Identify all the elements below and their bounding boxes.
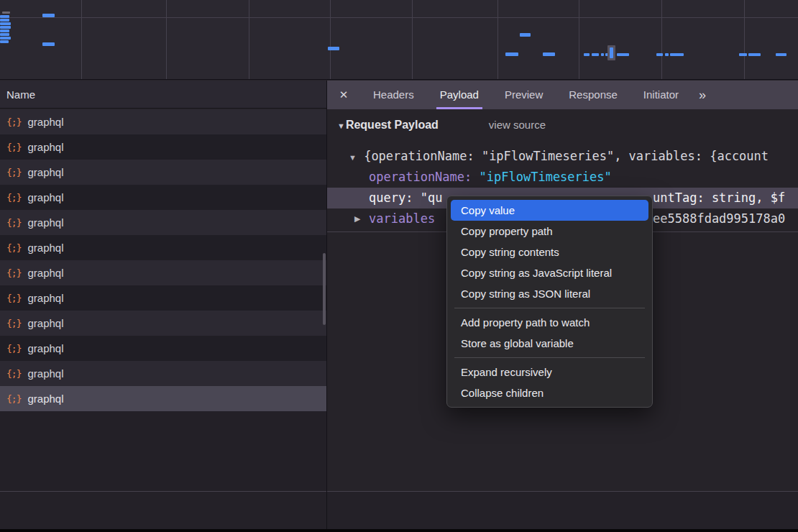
menu-item-collapse-children[interactable]: Collapse children (451, 382, 648, 403)
tab-preview[interactable]: Preview (501, 81, 546, 109)
request-name: graphql (27, 367, 63, 380)
timeline-bar (0, 37, 11, 40)
request-row[interactable]: {;} graphql (0, 210, 326, 235)
operation-name-row[interactable]: operationName: "ipFlowTimeseries" (327, 167, 798, 188)
property-value: "ipFlowTimeseries" (480, 170, 612, 184)
property-value-right-fragment: untTag: string, $f (653, 188, 785, 208)
timeline-bar (0, 33, 9, 36)
timeline-bar (776, 53, 786, 56)
tab-response[interactable]: Response (565, 81, 621, 109)
json-braces-icon: {;} (6, 116, 21, 127)
request-name: graphql (27, 342, 63, 354)
request-list-empty-area (0, 411, 326, 491)
timeline-bar (592, 53, 599, 56)
timeline-bar (0, 19, 9, 22)
timeline-bar (0, 22, 11, 25)
timeline-bar (748, 53, 761, 56)
list-scrollbar-thumb[interactable] (323, 253, 326, 325)
timeline-bar (505, 52, 518, 56)
more-tabs-button[interactable]: » (699, 88, 705, 103)
json-braces-icon: {;} (6, 343, 21, 354)
name-column-label: Name (6, 88, 35, 101)
request-row[interactable]: {;} graphql (0, 311, 326, 336)
window-bottom-edge (0, 529, 798, 532)
request-row[interactable]: {;} graphql (0, 160, 326, 185)
request-row[interactable]: {;} graphql (0, 285, 326, 311)
request-row-selected[interactable]: {;} graphql (0, 386, 326, 411)
menu-item-copy-string-json-literal[interactable]: Copy string as JSON literal (451, 283, 648, 304)
overview-horizontal-gridline (0, 17, 798, 18)
timeline-bar (0, 15, 9, 18)
property-key: operationName: (369, 170, 480, 184)
menu-item-copy-string-js-literal[interactable]: Copy string as JavaScript literal (451, 262, 648, 283)
request-row[interactable]: {;} graphql (0, 361, 326, 386)
menu-item-expand-recursively[interactable]: Expand recursively (451, 362, 648, 382)
timeline-bar (520, 33, 531, 37)
view-source-link[interactable]: view source (489, 119, 546, 131)
overview-gridline (330, 0, 331, 79)
json-braces-icon: {;} (6, 393, 21, 404)
request-row[interactable]: {;} graphql (0, 260, 326, 285)
timeline-bar (656, 53, 663, 56)
request-row[interactable]: {;} graphql (0, 185, 326, 210)
request-list: {;} graphql {;} graphql {;} graphql {;} … (0, 109, 326, 411)
close-details-button[interactable]: ✕ (327, 88, 360, 101)
timeline-bar (2, 12, 10, 14)
timeline-bar (328, 47, 339, 50)
menu-item-copy-value[interactable]: Copy value (451, 200, 648, 221)
json-braces-icon: {;} (6, 167, 21, 178)
timeline-bar (670, 53, 684, 56)
name-column-header[interactable]: Name (0, 81, 326, 109)
timeline-bar (610, 47, 613, 58)
collapsed-triangle-icon[interactable]: ▶ (354, 208, 360, 229)
timeline-bar (42, 42, 55, 46)
tab-payload[interactable]: Payload (436, 81, 482, 109)
request-name: graphql (27, 141, 63, 153)
request-name: graphql (27, 393, 63, 405)
timeline-bar (42, 14, 55, 17)
request-name: graphql (27, 216, 63, 229)
network-overview[interactable] (0, 0, 798, 80)
collapse-triangle-icon[interactable]: ▼ (337, 121, 345, 130)
overview-gridline (166, 0, 167, 79)
menu-separator (454, 308, 645, 308)
property-value-left-fragment: "qu (421, 191, 443, 205)
menu-item-copy-property-path[interactable]: Copy property path (451, 221, 648, 242)
menu-item-add-property-path-to-watch[interactable]: Add property path to watch (451, 312, 648, 333)
request-payload-section-header: ▼ Request Payload view source (337, 119, 546, 132)
menu-item-copy-string-contents[interactable]: Copy string contents (451, 242, 648, 262)
statusbar (0, 492, 798, 529)
overview-gridline (81, 0, 82, 79)
overview-gridline (744, 0, 745, 79)
tab-initiator[interactable]: Initiator (640, 81, 682, 109)
json-braces-icon: {;} (6, 318, 21, 329)
panel-divider[interactable] (326, 81, 327, 529)
request-name: graphql (27, 242, 63, 254)
tab-headers[interactable]: Headers (370, 81, 418, 109)
request-row[interactable]: {;} graphql (0, 109, 326, 134)
request-name: graphql (27, 292, 63, 304)
json-braces-icon: {;} (6, 142, 21, 152)
devtools-window: Name ✕ Headers Payload Preview Response … (0, 0, 798, 532)
menu-item-store-as-global-variable[interactable]: Store as global variable (451, 333, 648, 354)
request-row[interactable]: {;} graphql (0, 134, 326, 160)
overview-gridline (579, 0, 579, 79)
timeline-bar (665, 53, 669, 56)
request-row[interactable]: {;} graphql (0, 336, 326, 361)
overview-gridline (412, 0, 413, 79)
request-row[interactable]: {;} graphql (0, 235, 326, 260)
json-braces-icon: {;} (6, 267, 21, 278)
timeline-bar (0, 26, 11, 29)
payload-root-row[interactable]: ▼ {operationName: "ipFlowTimeseries", va… (327, 146, 798, 167)
overview-gridline (497, 0, 498, 79)
timeline-bar (617, 53, 629, 56)
json-braces-icon: {;} (6, 242, 21, 253)
request-name: graphql (27, 191, 63, 203)
timeline-bar (0, 29, 9, 32)
timeline-bar (739, 53, 747, 56)
request-name: graphql (27, 116, 63, 128)
timeline-bar (0, 40, 9, 43)
property-key: variables (369, 211, 435, 226)
overview-gridline (661, 0, 662, 79)
expanded-triangle-icon[interactable]: ▼ (349, 153, 357, 162)
